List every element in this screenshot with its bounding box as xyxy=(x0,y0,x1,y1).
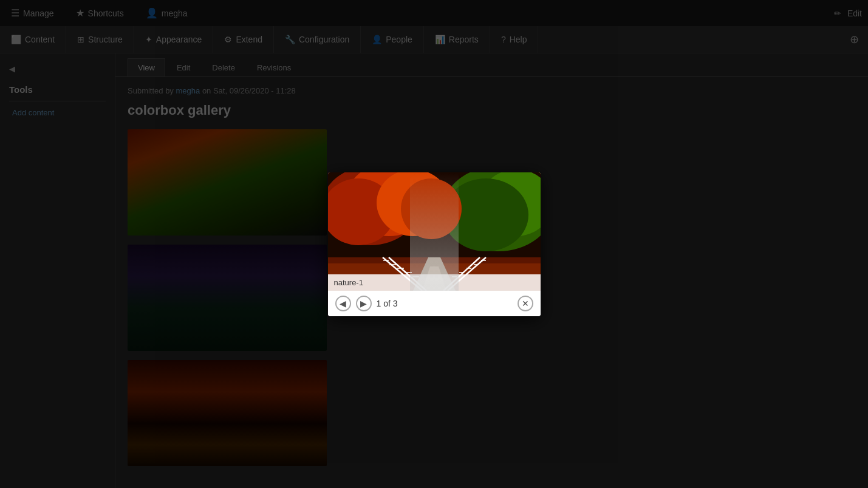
lightbox-image: nature-1 xyxy=(328,172,541,291)
prev-icon: ◀ xyxy=(340,299,346,308)
svg-point-3 xyxy=(443,178,528,251)
lightbox-overlay[interactable]: nature-1 ◀ ▶ 1 of 3 ✕ xyxy=(0,0,868,488)
lightbox-controls: ◀ ▶ 1 of 3 ✕ xyxy=(328,291,541,316)
lightbox-image-svg xyxy=(328,172,541,291)
close-icon: ✕ xyxy=(522,299,529,308)
svg-point-7 xyxy=(377,172,449,236)
svg-marker-12 xyxy=(422,266,446,291)
lightbox-controls-left: ◀ ▶ 1 of 3 xyxy=(335,296,398,311)
lightbox-close-button[interactable]: ✕ xyxy=(518,296,533,311)
svg-marker-11 xyxy=(413,257,456,291)
lightbox-next-button[interactable]: ▶ xyxy=(356,296,372,311)
lightbox: nature-1 ◀ ▶ 1 of 3 ✕ xyxy=(328,172,541,316)
lightbox-counter: 1 of 3 xyxy=(377,299,398,308)
lightbox-prev-button[interactable]: ◀ xyxy=(335,296,351,311)
next-icon: ▶ xyxy=(360,299,367,308)
svg-point-8 xyxy=(401,178,462,239)
lightbox-caption: nature-1 xyxy=(328,274,541,291)
